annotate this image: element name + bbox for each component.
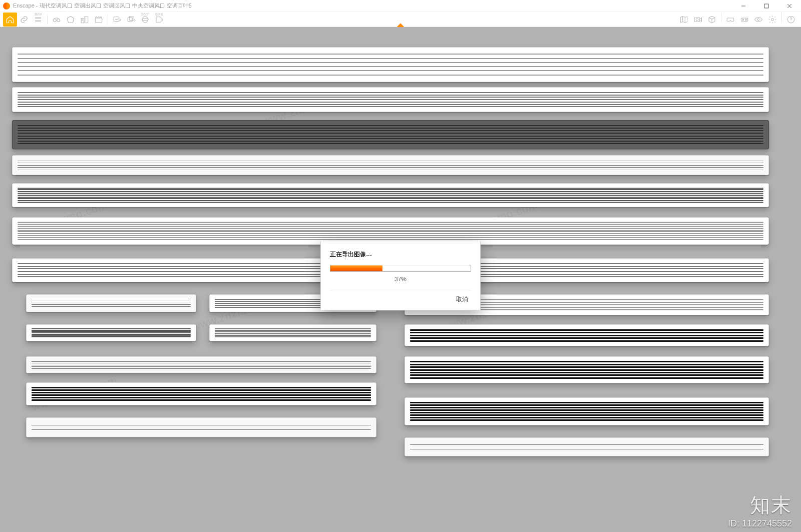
vent-grille [209, 324, 376, 341]
camera-ortho-icon[interactable] [691, 13, 705, 27]
vent-grille [26, 417, 376, 437]
vr-icon[interactable] [723, 13, 737, 27]
enscape-logo-icon [3, 3, 10, 10]
svg-point-18 [757, 19, 759, 21]
bim-icon[interactable]: BIM [31, 13, 45, 27]
svg-point-14 [696, 18, 698, 21]
render-viewport[interactable]: www.znzmo.com www.znzmo.com www.znzmo.co… [0, 27, 801, 532]
progress-fill [330, 265, 382, 271]
map-icon[interactable] [677, 13, 691, 27]
enscape-window: Enscape - 现代空调风口 空调出风口 空调回风口 中央空调风口 空调百叶… [0, 0, 801, 532]
titlebar[interactable]: Enscape - 现代空调风口 空调出风口 空调回风口 中央空调风口 空调百叶… [0, 0, 801, 12]
vent-grille [12, 47, 769, 82]
svg-point-17 [745, 19, 747, 20]
close-button[interactable] [778, 0, 801, 12]
vent-grille [12, 120, 769, 149]
eye-icon[interactable] [751, 13, 765, 27]
svg-rect-5 [85, 17, 88, 23]
home-icon[interactable] [3, 13, 17, 27]
svg-point-1 [53, 19, 56, 22]
exe-export-icon[interactable]: EXE [152, 13, 166, 27]
image-export-icon[interactable] [110, 13, 124, 27]
svg-rect-7 [114, 17, 119, 21]
progress-bar [330, 265, 471, 272]
maximize-button[interactable] [755, 0, 778, 12]
svg-point-2 [57, 19, 60, 22]
binoculars-icon[interactable] [50, 13, 64, 27]
svg-marker-3 [67, 16, 74, 23]
svg-rect-0 [764, 4, 768, 8]
vent-grille [26, 356, 376, 373]
vent-grille [12, 183, 769, 207]
dialog-title: 正在导出图像… [330, 250, 471, 259]
vr-headset-icon[interactable] [737, 13, 751, 27]
help-icon[interactable] [784, 13, 798, 27]
cancel-button[interactable]: 取消 [453, 293, 471, 306]
main-toolbar: BIM 360° EXE [0, 12, 801, 27]
polygon-icon[interactable] [64, 13, 78, 27]
svg-rect-12 [156, 17, 161, 22]
vent-grille [405, 397, 769, 425]
export-progress-dialog: 正在导出图像… 37% 取消 [320, 241, 481, 310]
toolbar-expand-chevron-icon[interactable] [397, 24, 404, 27]
vent-grille [405, 356, 769, 383]
svg-rect-8 [128, 18, 132, 22]
clapperboard-icon[interactable] [92, 13, 106, 27]
vent-grille [405, 324, 769, 346]
batch-export-icon[interactable] [124, 13, 138, 27]
svg-rect-6 [95, 18, 102, 23]
vent-grille [26, 294, 196, 312]
vent-grille [12, 87, 769, 112]
progress-percent: 37% [330, 276, 471, 283]
svg-point-16 [742, 19, 744, 20]
svg-point-11 [142, 18, 148, 21]
buildings-icon[interactable] [78, 13, 92, 27]
svg-rect-9 [129, 17, 134, 21]
minimize-button[interactable] [732, 0, 755, 12]
svg-point-10 [142, 17, 148, 23]
vent-grille [12, 155, 769, 175]
window-title: Enscape - 现代空调风口 空调出风口 空调回风口 中央空调风口 空调百叶… [13, 2, 192, 10]
cube-icon[interactable] [705, 13, 719, 27]
gear-icon[interactable] [765, 13, 779, 27]
pano-360-icon[interactable]: 360° [138, 13, 152, 27]
vent-grille [26, 324, 196, 341]
vent-grille [405, 437, 769, 456]
svg-point-19 [771, 18, 774, 21]
link-icon[interactable] [17, 13, 31, 27]
vent-grille [26, 382, 376, 405]
